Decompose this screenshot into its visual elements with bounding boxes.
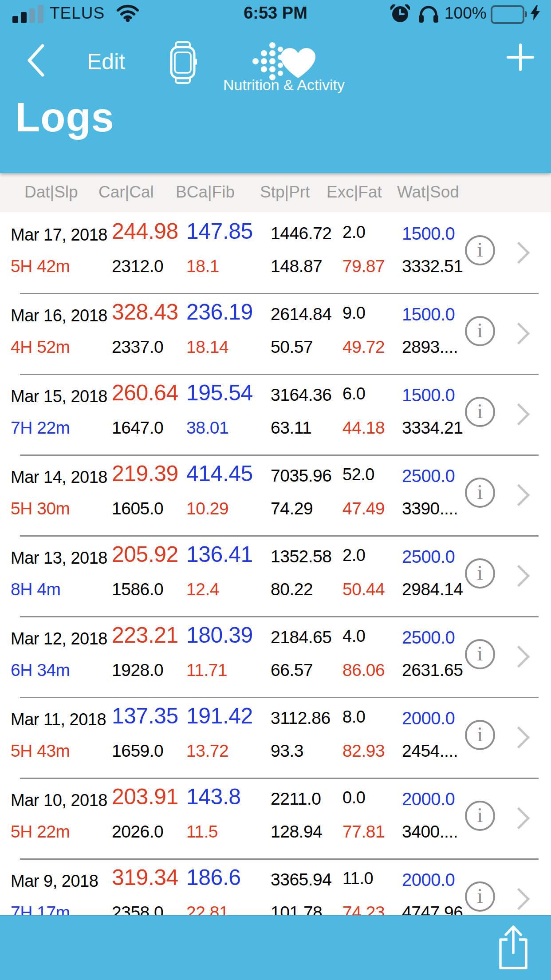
log-exercise-value: 2.0	[342, 546, 365, 565]
info-icon: i	[477, 401, 483, 422]
log-carbs-value: 260.64	[112, 380, 178, 406]
log-carbs-value: 223.21	[112, 622, 178, 648]
log-sodium-value: 2454....	[402, 741, 458, 761]
col-exercise-fat: Exc|Fat	[327, 183, 382, 202]
info-button[interactable]: i	[465, 235, 495, 265]
log-sleep-value: 5H 43m	[11, 741, 70, 761]
log-sodium-value: 2984.14	[402, 580, 463, 599]
log-protein-value: 74.29	[271, 499, 313, 518]
info-icon: i	[477, 320, 483, 341]
info-icon: i	[477, 724, 483, 745]
col-date-sleep: Dat|Slp	[24, 183, 78, 202]
log-burned-calories-value: 236.19	[186, 299, 253, 325]
log-fat-value: 44.18	[342, 418, 385, 438]
log-protein-value: 50.57	[271, 337, 313, 357]
info-icon: i	[477, 644, 483, 664]
log-steps-value: 7035.96	[271, 466, 331, 486]
add-button[interactable]	[507, 43, 534, 71]
log-fiber-value: 10.29	[186, 499, 228, 518]
log-sodium-value: 3390....	[402, 499, 458, 518]
log-date: Mar 11, 2018	[11, 710, 106, 729]
info-button[interactable]: i	[465, 478, 495, 508]
log-protein-value: 128.94	[271, 822, 322, 842]
log-sleep-value: 5H 30m	[11, 499, 70, 518]
log-row[interactable]: Mar 16, 2018 328.43 236.19 2614.84 9.0 1…	[0, 293, 551, 374]
log-burned-calories-value: 143.8	[186, 784, 241, 810]
log-date: Mar 10, 2018	[11, 791, 107, 810]
log-calories-value: 1928.0	[112, 660, 163, 680]
col-steps-protein: Stp|Prt	[260, 183, 310, 202]
log-burned-calories-value: 195.54	[186, 380, 253, 406]
log-sleep-value: 8H 4m	[11, 580, 60, 599]
log-calories-value: 2337.0	[112, 337, 163, 357]
log-calories-value: 1659.0	[112, 741, 163, 761]
log-row[interactable]: Mar 14, 2018 219.39 414.45 7035.96 52.0 …	[0, 454, 551, 535]
log-steps-value: 2184.65	[271, 628, 331, 647]
info-button[interactable]: i	[465, 558, 495, 589]
info-icon: i	[477, 482, 483, 502]
log-carbs-value: 137.35	[112, 703, 178, 729]
log-row[interactable]: Mar 12, 2018 223.21 180.39 2184.65 4.0 2…	[0, 616, 551, 697]
log-fat-value: 82.93	[342, 741, 385, 761]
alarm-clock-icon	[390, 4, 410, 23]
log-date: Mar 15, 2018	[11, 387, 107, 406]
log-sodium-value: 2893....	[402, 337, 458, 357]
log-date: Mar 17, 2018	[11, 225, 107, 245]
log-fat-value: 50.44	[342, 580, 385, 599]
headphones-icon	[418, 4, 439, 23]
log-sleep-value: 5H 22m	[11, 822, 70, 842]
log-fiber-value: 11.71	[186, 660, 227, 680]
log-fiber-value: 13.72	[186, 741, 228, 761]
log-burned-calories-value: 136.41	[186, 541, 253, 567]
info-button[interactable]: i	[465, 397, 495, 427]
info-button[interactable]: i	[465, 801, 495, 831]
log-calories-value: 1647.0	[112, 418, 163, 438]
log-protein-value: 93.3	[271, 741, 303, 761]
log-fat-value: 77.81	[342, 822, 385, 842]
col-carbs-calories: Car|Cal	[98, 183, 154, 202]
log-exercise-value: 11.0	[342, 869, 373, 888]
edit-button[interactable]: Edit	[87, 49, 125, 75]
log-protein-value: 66.57	[271, 660, 313, 680]
row-separator	[20, 293, 539, 294]
log-sodium-value: 3332.51	[402, 257, 463, 276]
col-burnedcal-fiber: BCa|Fib	[176, 183, 235, 202]
log-exercise-value: 8.0	[342, 707, 365, 727]
row-chevron-icon	[508, 484, 530, 506]
info-button[interactable]: i	[465, 720, 495, 750]
info-button[interactable]: i	[465, 316, 495, 346]
log-date: Mar 9, 2018	[11, 872, 98, 891]
log-row[interactable]: Mar 13, 2018 205.92 136.41 1352.58 2.0 2…	[0, 535, 551, 616]
log-carbs-value: 205.92	[112, 541, 178, 567]
log-row[interactable]: Mar 17, 2018 244.98 147.85 1446.72 2.0 1…	[0, 212, 551, 293]
log-row[interactable]: Mar 11, 2018 137.35 191.42 3112.86 8.0 2…	[0, 697, 551, 778]
nav-subtitle: Nutrition & Activity	[151, 76, 417, 94]
row-chevron-icon	[508, 888, 530, 910]
log-date: Mar 16, 2018	[11, 306, 107, 325]
log-steps-value: 3164.36	[271, 385, 331, 405]
share-button[interactable]	[496, 924, 531, 971]
log-carbs-value: 203.91	[112, 784, 178, 810]
log-water-value: 1500.0	[402, 385, 455, 405]
log-protein-value: 148.87	[271, 257, 322, 276]
log-water-value: 2500.0	[402, 547, 455, 567]
info-icon: i	[477, 805, 483, 826]
log-burned-calories-value: 180.39	[186, 622, 253, 648]
log-row[interactable]: Mar 15, 2018 260.64 195.54 3164.36 6.0 1…	[0, 374, 551, 454]
back-button[interactable]	[26, 43, 46, 77]
log-calories-value: 1605.0	[112, 499, 163, 518]
log-sodium-value: 3400....	[402, 822, 458, 842]
row-chevron-icon	[508, 403, 530, 425]
log-carbs-value: 219.39	[112, 461, 178, 486]
log-fiber-value: 12.4	[186, 580, 219, 599]
log-row[interactable]: Mar 10, 2018 203.91 143.8 2211.0 0.0 200…	[0, 778, 551, 858]
log-calories-value: 2312.0	[112, 257, 163, 276]
row-separator	[20, 616, 539, 617]
battery-percent-label: 100%	[445, 4, 487, 23]
row-separator	[20, 374, 539, 375]
info-icon: i	[477, 886, 483, 906]
log-exercise-value: 6.0	[342, 384, 365, 403]
info-button[interactable]: i	[465, 881, 495, 912]
info-button[interactable]: i	[465, 639, 495, 669]
log-fiber-value: 18.14	[186, 337, 228, 357]
